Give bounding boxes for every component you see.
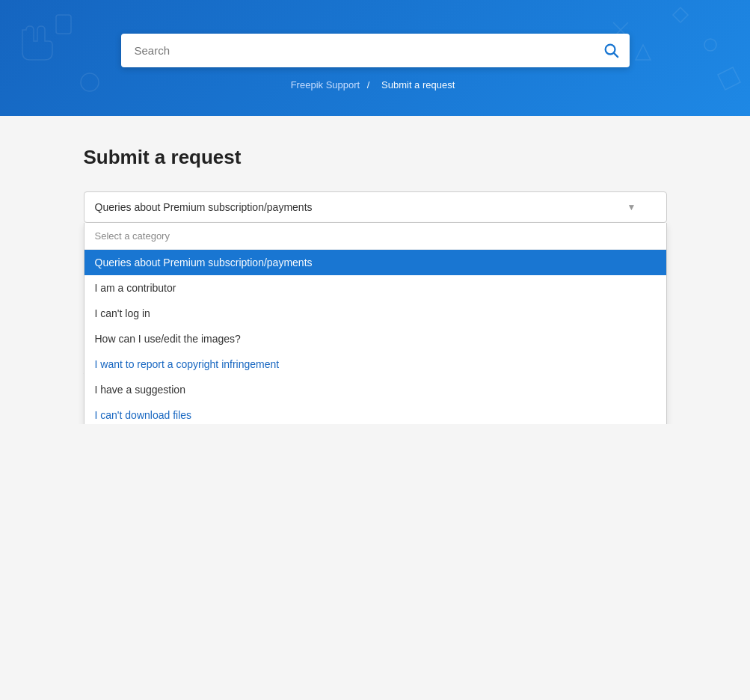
- breadcrumb: Freepik Support / Submit a request: [291, 79, 460, 90]
- dropdown-item-1[interactable]: I am a contributor: [84, 275, 666, 301]
- hero-section: Freepik Support / Submit a request: [0, 0, 750, 116]
- dropdown-item-0[interactable]: Queries about Premium subscription/payme…: [84, 250, 666, 275]
- svg-point-0: [704, 39, 716, 51]
- category-dropdown[interactable]: Queries about Premium subscription/payme…: [84, 191, 667, 223]
- svg-rect-1: [56, 15, 71, 34]
- dropdown-item-2[interactable]: I can't log in: [84, 301, 666, 326]
- svg-point-2: [81, 73, 99, 91]
- dropdown-selected-value: Queries about Premium subscription/payme…: [95, 201, 313, 213]
- dropdown-item-3[interactable]: How can I use/edit the images?: [84, 326, 666, 351]
- dropdown-item-6[interactable]: I can't download files: [84, 402, 666, 424]
- main-content: Submit a request Queries about Premium s…: [69, 116, 682, 424]
- search-input[interactable]: [121, 34, 630, 67]
- dropdown-header: Select a category: [84, 223, 666, 250]
- dropdown-item-5[interactable]: I have a suggestion: [84, 377, 666, 402]
- chevron-down-icon: ▼: [627, 202, 636, 212]
- dropdown-menu: Select a category Queries about Premium …: [84, 223, 667, 424]
- svg-line-4: [614, 53, 618, 57]
- breadcrumb-current: Submit a request: [381, 79, 455, 90]
- breadcrumb-support-link[interactable]: Freepik Support: [291, 79, 360, 90]
- page-title: Submit a request: [84, 146, 667, 169]
- search-wrapper: [121, 34, 630, 67]
- search-button[interactable]: [603, 42, 619, 58]
- search-icon: [603, 42, 619, 58]
- breadcrumb-separator: /: [367, 79, 370, 90]
- dropdown-item-4[interactable]: I want to report a copyright infringemen…: [84, 351, 666, 377]
- category-dropdown-wrapper: Queries about Premium subscription/payme…: [84, 191, 667, 223]
